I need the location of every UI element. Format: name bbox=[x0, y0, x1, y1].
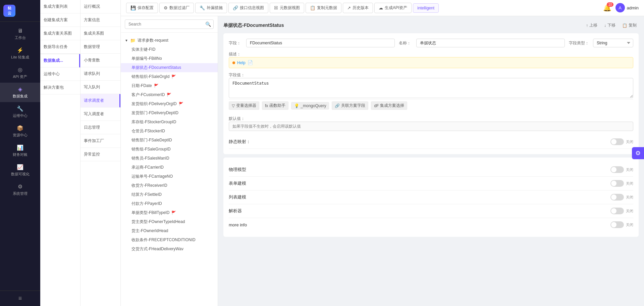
sidebar-item-datavis[interactable]: 📈 数据可视化 bbox=[0, 161, 40, 180]
save-config-button[interactable]: 💾 保存配置 bbox=[126, 3, 158, 13]
third-panel-integration-map[interactable]: 集成关系图 bbox=[80, 27, 120, 40]
third-panel-write-queue[interactable]: 写入队列 bbox=[80, 81, 120, 94]
tree-item-fownertype[interactable]: 货主类型-FOwnerTypeIdHead bbox=[121, 217, 218, 226]
tree-item-fdeliveryorgid[interactable]: 发货组织-FDeliveryOrgID 🚩 bbox=[121, 99, 218, 108]
sidebar-item-workspace[interactable]: 🖥 工作台 bbox=[0, 25, 40, 44]
tree-item-fdate[interactable]: 日期-FDate 🚩 bbox=[121, 81, 218, 90]
tree-item-fsaleorgid[interactable]: 销售组织-FSaleOrgId 🚩 bbox=[121, 72, 218, 81]
tree-item-fdocumentstatus[interactable]: 单据状态-FDocumentStatus bbox=[121, 63, 218, 72]
field-value-textarea[interactable]: FDocumentStatus bbox=[229, 78, 633, 98]
third-panel-write-scheduler[interactable]: 写入调度者 bbox=[80, 107, 120, 121]
sidebar-item-finance[interactable]: 📊 财务对账 bbox=[0, 141, 40, 161]
sidebar-item-sysadmin[interactable]: ⚙ 系统管理 bbox=[0, 180, 40, 200]
tree-item-fsalesmanid[interactable]: 销售员-FSalesManID bbox=[121, 154, 218, 163]
tree-item-freceiptconditionid[interactable]: 收款条件-FRECEIPTCONDITIONID bbox=[121, 235, 218, 245]
help-link[interactable]: Help bbox=[237, 60, 246, 65]
parser-toggle[interactable]: 关闭 bbox=[610, 208, 633, 214]
sidebar-item-resources[interactable]: 📦 资源中心 bbox=[0, 122, 40, 141]
third-panel-request-scheduler[interactable]: 请求调度者 bbox=[80, 94, 120, 107]
second-panel-solution-pkg[interactable]: 解决方案包 bbox=[40, 81, 80, 94]
settings-fab[interactable]: ⚙ bbox=[632, 147, 644, 159]
tree-group-header[interactable]: ▼ 📁 请求参数-request bbox=[121, 36, 218, 45]
third-panel-request-queue[interactable]: 请求队列 bbox=[80, 67, 120, 81]
detail-header: 单据状态-FDocumentStatus ↑ 上移 ↓ 下移 📋 复制 bbox=[223, 21, 639, 29]
tree-item-fheaddeliverywav[interactable]: 交货方式-FHeadDeliveryWav bbox=[121, 245, 218, 254]
interface-icon: 🔗 bbox=[233, 5, 238, 10]
gen-api-button[interactable]: ☁ 生成API资产 bbox=[374, 3, 412, 13]
second-panel-solution-map[interactable]: 集成方案关系图 bbox=[40, 27, 80, 40]
tree-item-fdeliverydeptid[interactable]: 发货部门-FDeliveryDeptID bbox=[121, 108, 218, 118]
tree-item-fbilltypeid[interactable]: 单据类型-FBillTypeID 🚩 bbox=[121, 208, 218, 217]
var-selector-button[interactable]: ▽ 变量选择器 bbox=[229, 101, 259, 110]
second-panel-data-integration-menu[interactable]: 数据集成... bbox=[40, 54, 80, 68]
move-up-button[interactable]: ↑ 上移 bbox=[584, 21, 599, 29]
search-input[interactable] bbox=[125, 19, 214, 29]
second-panel-solution-list[interactable]: 集成方案列表 bbox=[40, 0, 80, 13]
tree-item-fowneridhead[interactable]: 货主-FOwnerIdHead bbox=[121, 226, 218, 235]
tree-item-fcarriagenno[interactable]: 运输单号-FCarriageNO bbox=[121, 172, 218, 181]
form-build-toggle[interactable]: 关闭 bbox=[610, 180, 633, 187]
toggle-track[interactable] bbox=[610, 166, 624, 173]
doc-icon[interactable]: 📄 bbox=[248, 60, 253, 65]
third-panel-exception-monitor[interactable]: 异常监控 bbox=[80, 148, 120, 161]
integration-select-button[interactable]: dF 集成方案选择 bbox=[371, 101, 407, 110]
tree-item-fpayerid[interactable]: 付款方-FPayerID bbox=[121, 199, 218, 208]
sidebar-collapse-button[interactable]: ≡ bbox=[0, 291, 40, 306]
user-name: admin bbox=[627, 5, 639, 10]
static-map-toggle[interactable]: 关闭 bbox=[610, 138, 633, 145]
tree-item-fbillno[interactable]: 单据编号-FBillNo bbox=[121, 54, 218, 63]
third-panel-data-management[interactable]: 数据管理 bbox=[80, 40, 120, 54]
field-input[interactable] bbox=[246, 39, 395, 47]
notification-bell[interactable]: 🔔 10 bbox=[603, 4, 611, 12]
sidebar-item-lite[interactable]: ⚡ Lite 轻集成 bbox=[0, 44, 40, 63]
physical-model-toggle[interactable]: 关闭 bbox=[610, 166, 633, 173]
third-panel-log-management[interactable]: 日志管理 bbox=[80, 121, 120, 134]
third-panel-run-overview[interactable]: 运行概况 bbox=[80, 0, 120, 13]
logo[interactable]: 轻云 bbox=[0, 0, 40, 22]
name-input[interactable] bbox=[416, 39, 565, 47]
toggle-track[interactable] bbox=[610, 180, 624, 187]
history-button[interactable]: ↗ 历史版本 bbox=[343, 3, 373, 13]
copy-metadata-button[interactable]: 📋 复制元数据 bbox=[306, 3, 341, 13]
mongo-query-button[interactable]: 💡 _mongoQuery bbox=[291, 102, 329, 110]
func-helper-button[interactable]: fx 函数助手 bbox=[262, 101, 288, 110]
more-info-toggle[interactable]: 关闭 bbox=[610, 221, 633, 228]
second-panel-ops-center[interactable]: 运维中心 bbox=[40, 68, 80, 81]
second-panel-export-task[interactable]: 数据导出任务 bbox=[40, 40, 80, 54]
sidebar-item-ops[interactable]: 🔧 运维中心 bbox=[0, 102, 40, 122]
tree-item-fsalegroupid[interactable]: 销售组-FSaleGroupID bbox=[121, 145, 218, 154]
tree-item-fcarrierid[interactable]: 承运商-FCarrierID bbox=[121, 163, 218, 172]
supplement-button[interactable]: 🔧 补漏措施 bbox=[195, 3, 227, 13]
assoc-field-button[interactable]: 🔗 关联方案字段 bbox=[332, 101, 368, 110]
intelligent-button[interactable]: intelligent bbox=[413, 3, 439, 13]
tree-item-fsaledeptid[interactable]: 销售部门-FSaleDeptID bbox=[121, 136, 218, 145]
move-down-button[interactable]: ↓ 下移 bbox=[602, 21, 618, 29]
metadata-view-button[interactable]: ☒ 元数据视图 bbox=[270, 3, 304, 13]
toggle-track[interactable] bbox=[610, 221, 624, 228]
type-select[interactable]: String Integer Boolean Date bbox=[593, 39, 633, 47]
tree-item-fstokerid[interactable]: 仓管员-FStockerID bbox=[121, 127, 218, 136]
sidebar-item-data-integration[interactable]: ◈ 数据集成 bbox=[0, 83, 40, 102]
third-panel-solution-info[interactable]: 方案信息 bbox=[80, 13, 120, 27]
interface-view-button[interactable]: 🔗 接口信息视图 bbox=[228, 3, 268, 13]
sidebar-item-api[interactable]: ◎ API 资产 bbox=[0, 63, 40, 83]
list-build-toggle[interactable]: 关闭 bbox=[610, 194, 633, 201]
toggle-track[interactable] bbox=[610, 208, 624, 214]
tree-item-freceiverid[interactable]: 收货方-FReceiverID bbox=[121, 181, 218, 190]
tree-item-fid[interactable]: 实体主键-FID bbox=[121, 45, 218, 54]
data-filter-button[interactable]: ⚙ 数据过滤厂 bbox=[159, 3, 194, 13]
second-panel-create-solution[interactable]: 创建集成方案 bbox=[40, 13, 80, 27]
tree-item-fstockergroupid[interactable]: 库存组-FStockerGroupID bbox=[121, 118, 218, 127]
toggle-track[interactable] bbox=[610, 194, 624, 201]
third-panel-small-query[interactable]: 小青查数 bbox=[80, 54, 120, 67]
tree-item-fcustomerid[interactable]: 客户-FCustomerID 🚩 bbox=[121, 90, 218, 99]
default-val-input[interactable] bbox=[229, 122, 633, 131]
search-icon[interactable]: 🔍 bbox=[205, 21, 211, 27]
tree-item-fsettleid[interactable]: 结算方-FSettleID bbox=[121, 190, 218, 199]
toggle-track[interactable] bbox=[610, 138, 624, 145]
third-panel-event-factory[interactable]: 事件加工厂 bbox=[80, 134, 120, 148]
api-icon: ◎ bbox=[18, 67, 22, 73]
copy-button[interactable]: 📋 复制 bbox=[620, 21, 639, 29]
user-menu[interactable]: A admin bbox=[615, 3, 639, 12]
detail-title: 单据状态-FDocumentStatus bbox=[223, 23, 284, 29]
